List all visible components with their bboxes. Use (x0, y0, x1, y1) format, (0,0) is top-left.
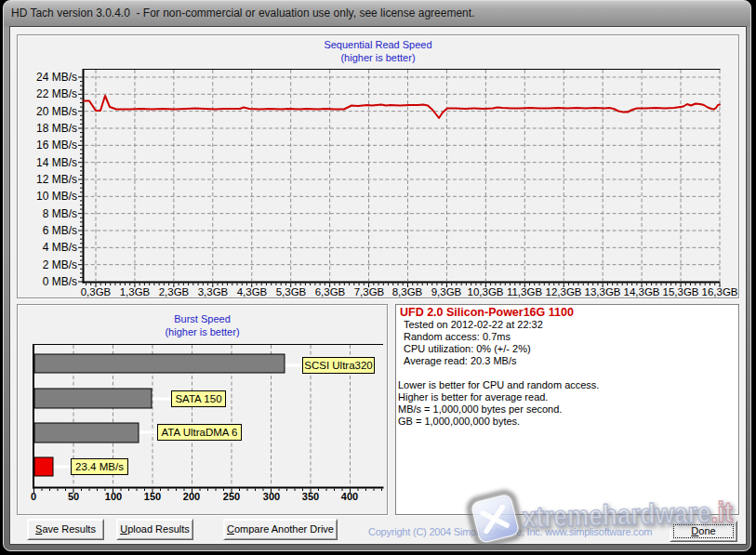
svg-text:xtremehardware.it: xtremehardware.it (522, 496, 733, 534)
